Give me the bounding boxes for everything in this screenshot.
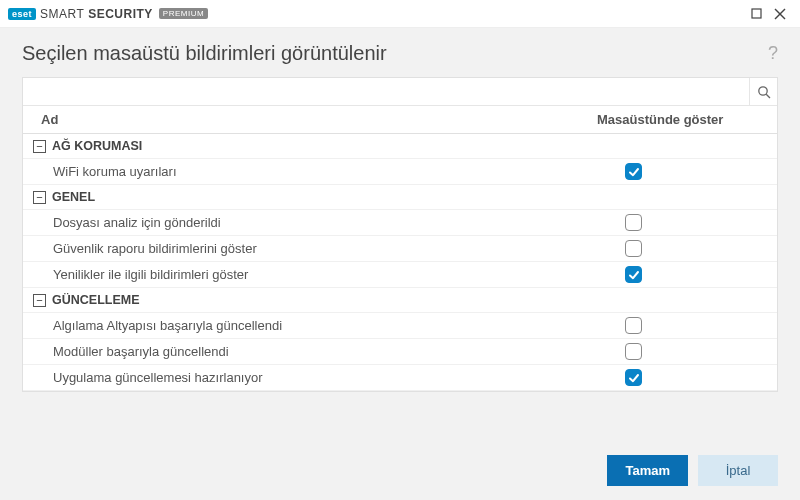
search-button[interactable] — [749, 78, 777, 106]
minus-icon: − — [36, 192, 42, 203]
show-on-desktop-checkbox[interactable] — [625, 343, 642, 360]
group-label: GENEL — [52, 190, 95, 204]
brand-logo: eset — [8, 8, 36, 20]
help-icon: ? — [768, 43, 778, 63]
column-header-name[interactable]: Ad — [23, 106, 587, 133]
brand: eset SMART SECURITY PREMIUM — [8, 7, 208, 21]
item-name: Yenilikler ile ilgili bildirimleri göste… — [33, 267, 577, 282]
collapse-toggle[interactable]: − — [33, 140, 46, 153]
item-row: Algılama Altyapısı başarıyla güncellendi — [23, 313, 777, 339]
show-on-desktop-checkbox[interactable] — [625, 369, 642, 386]
heading-row: Seçilen masaüstü bildirimleri görüntülen… — [22, 42, 778, 65]
item-row: Güvenlik raporu bildirimlerini göster — [23, 236, 777, 262]
maximize-icon — [751, 8, 762, 19]
item-row: Yenilikler ile ilgili bildirimleri göste… — [23, 262, 777, 288]
table-body: −AĞ KORUMASIWiFi koruma uyarıları−GENELD… — [23, 134, 777, 391]
svg-line-4 — [766, 94, 770, 98]
table-header: Ad Masaüstünde göster — [23, 106, 777, 134]
item-name: Algılama Altyapısı başarıyla güncellendi — [33, 318, 577, 333]
item-name: Güvenlik raporu bildirimlerini göster — [33, 241, 577, 256]
window: eset SMART SECURITY PREMIUM Seçilen masa… — [0, 0, 800, 500]
show-on-desktop-checkbox[interactable] — [625, 240, 642, 257]
item-check-cell — [577, 240, 767, 257]
show-on-desktop-checkbox[interactable] — [625, 266, 642, 283]
collapse-toggle[interactable]: − — [33, 294, 46, 307]
item-row: Uygulama güncellemesi hazırlanıyor — [23, 365, 777, 391]
searchbar — [23, 78, 777, 106]
minus-icon: − — [36, 141, 42, 152]
ok-button[interactable]: Tamam — [607, 455, 688, 486]
item-row: Modüller başarıyla güncellendi — [23, 339, 777, 365]
item-row: Dosyası analiz için gönderildi — [23, 210, 777, 236]
column-header-show[interactable]: Masaüstünde göster — [587, 106, 777, 133]
show-on-desktop-checkbox[interactable] — [625, 214, 642, 231]
item-check-cell — [577, 214, 767, 231]
notifications-panel: Ad Masaüstünde göster −AĞ KORUMASIWiFi k… — [22, 77, 778, 392]
minus-icon: − — [36, 295, 42, 306]
show-on-desktop-checkbox[interactable] — [625, 317, 642, 334]
item-check-cell — [577, 266, 767, 283]
close-button[interactable] — [768, 2, 792, 26]
item-name: WiFi koruma uyarıları — [33, 164, 577, 179]
brand-text: SMART SECURITY — [40, 7, 153, 21]
item-row: WiFi koruma uyarıları — [23, 159, 777, 185]
group-label: AĞ KORUMASI — [52, 139, 142, 153]
cancel-button[interactable]: İptal — [698, 455, 778, 486]
group-row: −AĞ KORUMASI — [23, 134, 777, 159]
item-check-cell — [577, 343, 767, 360]
page-title: Seçilen masaüstü bildirimleri görüntülen… — [22, 42, 768, 65]
item-check-cell — [577, 369, 767, 386]
footer: Tamam İptal — [0, 443, 800, 500]
help-button[interactable]: ? — [768, 43, 778, 64]
collapse-toggle[interactable]: − — [33, 191, 46, 204]
item-name: Uygulama güncellemesi hazırlanıyor — [33, 370, 577, 385]
item-check-cell — [577, 317, 767, 334]
brand-premium-badge: PREMIUM — [159, 8, 208, 19]
item-name: Modüller başarıyla güncellendi — [33, 344, 577, 359]
titlebar: eset SMART SECURITY PREMIUM — [0, 0, 800, 28]
maximize-button[interactable] — [744, 2, 768, 26]
show-on-desktop-checkbox[interactable] — [625, 163, 642, 180]
search-input[interactable] — [23, 80, 749, 103]
content: Seçilen masaüstü bildirimleri görüntülen… — [0, 28, 800, 443]
item-name: Dosyası analiz için gönderildi — [33, 215, 577, 230]
svg-point-3 — [758, 86, 766, 94]
close-icon — [774, 8, 786, 20]
svg-rect-0 — [752, 9, 761, 18]
group-row: −GENEL — [23, 185, 777, 210]
item-check-cell — [577, 163, 767, 180]
search-icon — [757, 85, 771, 99]
group-label: GÜNCELLEME — [52, 293, 140, 307]
group-row: −GÜNCELLEME — [23, 288, 777, 313]
